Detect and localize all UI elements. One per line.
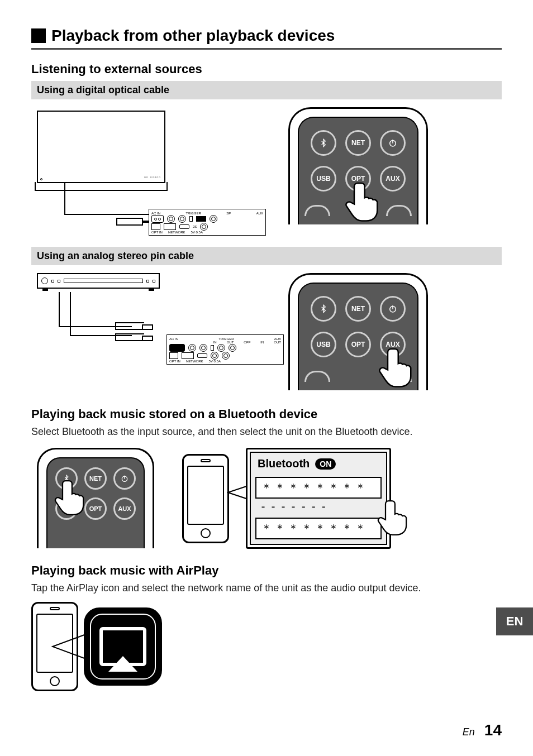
remote-analog: NET USB OPT AUX — [277, 273, 439, 390]
amp-rear-panel-2: AC IN TRIGGER AUX IN OUT OFF IN OUT — [166, 334, 284, 365]
bluetooth-button[interactable] — [311, 130, 336, 156]
usb-button[interactable]: USB — [311, 166, 336, 192]
section-bullet-icon — [31, 28, 46, 43]
power-button[interactable] — [113, 467, 136, 490]
page-number: 14 — [484, 721, 502, 739]
power-icon — [388, 304, 398, 314]
label-off: OFF — [244, 341, 250, 344]
power-icon — [120, 474, 129, 483]
diagram-analog: AC IN TRIGGER AUX IN OUT OFF IN OUT — [31, 273, 238, 385]
label-power: 5V 0.5A — [209, 360, 221, 363]
finger-press-icon — [375, 496, 416, 536]
label-opt-in: OPT IN — [151, 231, 163, 234]
finger-press-icon — [53, 476, 93, 516]
tv-icon: ▫▫ ▫▫▫▫▫ — [37, 111, 165, 183]
power-icon — [388, 138, 398, 148]
bluetooth-icon — [319, 304, 328, 313]
bluetooth-icon — [319, 138, 328, 147]
power-button[interactable] — [380, 296, 406, 322]
row-airplay — [31, 602, 502, 691]
band-optical: Using a digital optical cable — [31, 81, 502, 99]
network-port — [164, 223, 176, 230]
page-footer: En 14 — [463, 721, 502, 739]
trigger-out-port — [178, 215, 186, 223]
bluetooth-select-diagram: Bluetooth ON ＊＊＊＊＊＊＊＊ ------- ＊＊＊＊＊＊＊＊ — [182, 448, 439, 549]
label-aux-in: IN — [260, 341, 264, 344]
aux-in-port — [210, 215, 217, 223]
bluetooth-menu: Bluetooth ON ＊＊＊＊＊＊＊＊ ------- ＊＊＊＊＊＊＊＊ — [246, 448, 391, 549]
bt-toggle[interactable]: ON — [315, 458, 336, 470]
text-bluetooth: Select Bluetooth as the input source, an… — [31, 426, 502, 438]
label-trigger: TRIGGER — [185, 212, 201, 215]
rca-plug-icon — [115, 333, 144, 341]
aux-out-port — [200, 223, 208, 231]
label-ac-in: AC IN — [169, 337, 178, 341]
power-button[interactable] — [380, 130, 406, 156]
opt-in-port — [151, 223, 160, 230]
finger-press-icon — [343, 178, 388, 222]
section-title-bar: Playback from other playback devices — [31, 27, 502, 50]
bt-separator: ------- — [255, 499, 382, 514]
diagram-optical: ▫▫ ▫▫▫▫▫ AC IN TRIGGER SP AUX — [31, 107, 238, 236]
text-airplay: Tap the AirPlay icon and select the netw… — [31, 582, 502, 594]
bt-title: Bluetooth — [258, 457, 310, 470]
airplay-icon[interactable] — [84, 607, 162, 686]
heading-external-sources: Listening to external sources — [31, 62, 502, 76]
trigger-in-port — [167, 215, 175, 223]
label-network: NETWORK — [168, 231, 185, 234]
amp-rear-panel: AC IN TRIGGER SP AUX 2S — [149, 209, 266, 236]
net-button[interactable]: NET — [345, 296, 371, 322]
row-optical: ▫▫ ▫▫▫▫▫ AC IN TRIGGER SP AUX — [31, 107, 502, 236]
remote-bluetooth: NET USB OPT AUX — [31, 448, 160, 548]
usb-button[interactable]: USB — [311, 332, 336, 357]
footer-lang-abbrev: En — [463, 726, 475, 738]
heading-bluetooth: Playing back music stored on a Bluetooth… — [31, 407, 502, 422]
label-sp: SP — [226, 212, 231, 215]
label-network: NETWORK — [186, 360, 203, 363]
finger-press-icon — [377, 343, 421, 388]
bt-device-row[interactable]: ＊＊＊＊＊＊＊＊ — [255, 518, 382, 539]
phone-icon — [182, 454, 229, 543]
cd-player-icon — [37, 273, 160, 289]
row-bluetooth: NET USB OPT AUX — [31, 448, 502, 549]
optical-plug-icon — [116, 218, 143, 226]
remote-optical: NET USB OPT AUX — [277, 107, 439, 224]
language-badge: EN — [496, 607, 533, 635]
aux-button[interactable]: AUX — [113, 497, 136, 520]
row-analog: AC IN TRIGGER AUX IN OUT OFF IN OUT — [31, 273, 502, 390]
label-aux: AUX — [256, 212, 263, 215]
label-power: 5V 0.5A — [191, 231, 203, 234]
label-opt-in: OPT IN — [169, 360, 180, 363]
band-analog: Using an analog stereo pin cable — [31, 247, 502, 265]
net-button[interactable]: NET — [345, 130, 371, 156]
rca-plug-icon — [115, 322, 144, 330]
bluetooth-button[interactable] — [311, 296, 336, 322]
heading-airplay: Playing back music with AirPlay — [31, 563, 502, 578]
bt-device-row[interactable]: ＊＊＊＊＊＊＊＊ — [255, 477, 382, 499]
section-title: Playback from other playback devices — [51, 27, 335, 45]
label-in: IN — [213, 341, 217, 344]
opt-button[interactable]: OPT — [345, 332, 371, 357]
